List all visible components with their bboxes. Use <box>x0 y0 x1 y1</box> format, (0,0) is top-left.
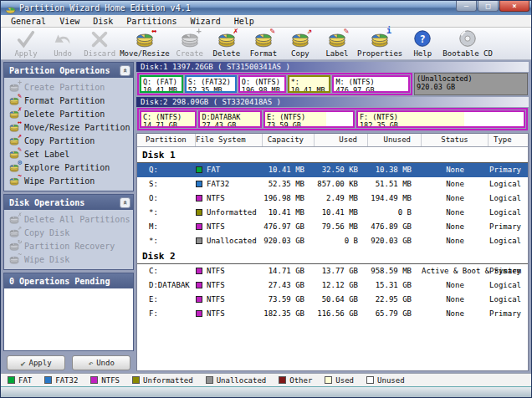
sidebar-item-delete-partition[interactable]: ✗Delete Partition <box>8 107 133 120</box>
disk-segment-disk-2-c-ntfs[interactable]: C: (NTFS)14.71 GB <box>140 110 197 128</box>
partition-row-o-ntfs[interactable]: O:NTFS196.98 MB2.49 MB194.49 MBNoneLogic… <box>137 191 528 206</box>
move-resize-partition-icon: ↔ <box>8 122 20 133</box>
disk-segment-disk-2-e-ntfs[interactable]: E: (NTFS)73.59 GB <box>263 110 355 128</box>
column-header-type[interactable]: Type <box>489 134 528 146</box>
column-header-used[interactable]: Used <box>315 134 368 146</box>
sidebar-item-copy-disk[interactable]: ⇗Copy Disk <box>8 226 133 239</box>
menu-item-partitions[interactable]: Partitions <box>120 17 183 26</box>
partition-row-c-ntfs[interactable]: C:NTFS14.71 GB13.77 GB958.59 MBActive & … <box>137 264 528 278</box>
sidebar-item-label: Move/Resize Partition <box>24 123 130 132</box>
sidebar-item-set-label[interactable]: ✎Set Label <box>8 147 133 161</box>
sidebar-item-move-resize-partition[interactable]: ↔Move/Resize Partition <box>8 120 133 134</box>
fs-color-chip <box>196 195 202 202</box>
toolbar-button-label: Create <box>176 49 204 58</box>
disk-segment-disk-1-m-ntfs[interactable]: M: (NTFS)476.97 GB <box>332 75 410 93</box>
partition-row-m-ntfs[interactable]: M:NTFS476.97 GB79.56 MB476.89 GBNonePrim… <box>137 220 528 234</box>
column-header-unused[interactable]: Unused <box>368 134 422 146</box>
menu-item-help[interactable]: Help <box>228 17 261 26</box>
filesystem-legend: FATFAT32NTFSUnformattedUnallocatedOtherU… <box>1 373 531 386</box>
menu-item-wizard[interactable]: Wizard <box>184 17 228 26</box>
delete-icon: ✗ <box>216 29 238 49</box>
toolbar-button-create[interactable]: +Create <box>173 29 207 58</box>
toolbar-button-bootable-cd[interactable]: Bootable CD <box>442 29 493 58</box>
sidebar-item-create-partition[interactable]: +Create Partition <box>8 80 133 94</box>
partition-row-unformatted[interactable]: *:Unformatted10.41 MB10.41 MB0 BNoneLogi… <box>137 206 528 220</box>
toolbar-button-delete[interactable]: ✗Delete <box>210 29 243 58</box>
disk-segment-disk-1[interactable]: *:10.41 MB <box>288 75 331 93</box>
sidebar-item-partition-recovery[interactable]: ↻Partition Recovery <box>8 239 133 253</box>
legend-label: FAT32 <box>55 376 78 385</box>
disk-segment-disk-1-o-ntfs[interactable]: O: (NTFS)196.98 MB <box>238 75 286 93</box>
collapse-chevron-icon[interactable]: « <box>120 65 130 76</box>
partition-row-f-ntfs[interactable]: F:NTFS182.35 GB116.56 GB65.79 GBNonePrim… <box>137 307 528 321</box>
disk-segment-disk-2-f-ntfs[interactable]: F: (NTFS)182.35 GB <box>356 110 525 128</box>
sidebar-item-delete-all-partitions[interactable]: ✗Delete All Partitions <box>8 212 133 226</box>
segment-size: 10.41 MB <box>143 86 180 93</box>
status-cell: None <box>422 163 489 177</box>
toolbar-button-label: Apply <box>14 49 37 58</box>
column-header-status[interactable]: Status <box>422 134 489 146</box>
toolbar-button-properties[interactable]: iProperties <box>357 29 402 58</box>
partition-row-e-ntfs[interactable]: E:NTFS73.59 GB50.64 GB22.95 GBNoneLogica… <box>137 293 528 307</box>
filesystem-cell: FAT32 <box>196 177 263 191</box>
copy-partition-icon: ⇗ <box>8 135 20 146</box>
delete-all-partitions-glyph: ✗ <box>18 212 22 218</box>
disk-group-label-disk-2: Disk 2 <box>137 248 528 264</box>
minimize-button[interactable]: – <box>456 1 477 12</box>
disk-segment-disk-1-q-fat[interactable]: Q: (FAT)10.41 MB <box>140 75 183 93</box>
toolbar-button-help[interactable]: ?Help <box>406 29 439 58</box>
toolbar-button-format[interactable]: ✎Format <box>247 29 280 58</box>
partition-row-q-fat[interactable]: Q:FAT10.41 MB32.50 KB10.38 MBNonePrimary <box>137 163 528 177</box>
panel-title: Partition Operations <box>9 66 110 75</box>
toolbar-button-apply[interactable]: Apply <box>9 29 43 58</box>
toolbar-button-undo[interactable]: Undo <box>46 29 79 58</box>
sidebar-item-label: Copy Partition <box>24 136 95 145</box>
filesystem-cell: NTFS <box>196 220 263 234</box>
filesystem-label: Unformatted <box>207 208 257 217</box>
column-header-partition[interactable]: Partition <box>137 134 196 146</box>
toolbar-button-copy[interactable]: ⇗Copy <box>284 29 317 58</box>
maximize-button[interactable]: □ <box>478 1 499 12</box>
sidebar-item-copy-partition[interactable]: ⇗Copy Partition <box>8 134 133 147</box>
partition-row-unallocated[interactable]: *:Unallocated920.03 GB0 B920.03 GBNoneLo… <box>137 234 528 248</box>
move-resize-icon-glyph: ↔ <box>151 27 156 35</box>
menu-item-disk[interactable]: Disk <box>86 17 120 26</box>
close-button[interactable]: × <box>499 1 529 12</box>
disk-segment-disk-1-s-fat32[interactable]: S: (FAT32)52.35 MB <box>185 75 237 93</box>
menu-item-view[interactable]: View <box>53 17 86 26</box>
toolbar-button-label[interactable]: ✎Label <box>320 29 354 58</box>
menu-item-general[interactable]: General <box>4 17 53 26</box>
partition-row-s-fat32[interactable]: S:FAT3252.35 MB857.00 KB51.51 MBNoneLogi… <box>137 177 528 191</box>
segment-size: 196.98 MB <box>242 86 283 93</box>
status-cell: None <box>422 278 489 293</box>
operations-pending-header: 0 Operations Pending <box>4 273 133 288</box>
toolbar-button-discard[interactable]: Discard <box>83 29 116 58</box>
disk-segment-disk-1-unallocated[interactable]: (Unallocated)920.03 GB <box>414 73 528 95</box>
undo-button[interactable]: ↶ Undo <box>72 355 130 370</box>
status-strip <box>1 386 531 397</box>
disk-segment-disk-2-d-databak[interactable]: D:DATABAK27.43 GB <box>198 110 262 128</box>
copy-icon-glyph: ⇗ <box>307 27 312 35</box>
toolbar-button-label: Undo <box>54 49 72 58</box>
column-header-file-system[interactable]: File System <box>196 134 263 146</box>
toolbar-button-move-resize[interactable]: ↔Move/Resize <box>120 29 170 58</box>
partition-row-d-databak-ntfs[interactable]: D:DATABAKNTFS27.43 GB12.12 GB15.31 GBNon… <box>137 278 528 293</box>
legend-item-fat: FAT <box>8 376 32 385</box>
sidebar-item-wipe-partition[interactable]: ~Wipe Partition <box>8 174 133 187</box>
collapse-chevron-icon[interactable]: « <box>120 197 130 208</box>
legend-swatch-other <box>279 376 286 384</box>
sidebar-item-wipe-disk[interactable]: ~Wipe Disk <box>8 253 133 266</box>
column-header-capacity[interactable]: Capacity <box>263 134 315 146</box>
capacity-cell: 182.35 GB <box>263 307 315 321</box>
filesystem-label: NTFS <box>207 222 225 231</box>
unused-cell: 22.95 GB <box>368 293 422 307</box>
apply-button[interactable]: ✔ Apply <box>7 355 65 370</box>
used-cell: 2.49 MB <box>315 191 368 206</box>
segment-size: 52.35 MB <box>188 86 233 93</box>
type-cell: Logical <box>489 234 528 248</box>
partition-table: PartitionFile SystemCapacityUsedUnusedSt… <box>136 133 529 371</box>
pending-operations-list <box>4 288 133 350</box>
sidebar-item-format-partition[interactable]: ✎Format Partition <box>8 94 133 107</box>
move-resize-icon: ↔ <box>134 29 156 49</box>
sidebar-item-explore-partition[interactable]: ⊙Explore Partition <box>8 161 133 174</box>
